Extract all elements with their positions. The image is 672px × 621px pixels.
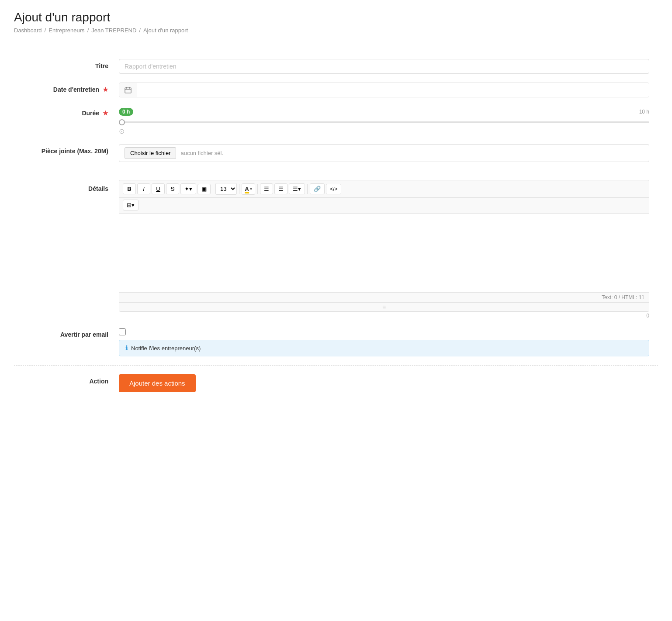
file-no-selection-label: aucun fichier sél. (180, 150, 223, 156)
form-container: Titre Date d'entretien ★ (14, 46, 658, 414)
separator-1: / (45, 27, 46, 34)
slider-max-label: 10 h (639, 108, 649, 116)
page-title: Ajout d'un rapport (14, 10, 658, 24)
date-input-wrap (119, 83, 649, 97)
duree-row: Durée ★ 0 h 10 h ⊙ (14, 106, 658, 135)
titre-input[interactable] (119, 59, 649, 74)
duree-control: 0 h 10 h ⊙ (119, 106, 649, 135)
color-a-label: A (245, 186, 249, 193)
file-choose-btn[interactable]: Choisir le fichier (125, 147, 176, 159)
date-control (119, 83, 649, 97)
action-row: Action Ajouter des actions (14, 374, 658, 392)
titre-row: Titre (14, 59, 658, 74)
divider-2 (14, 365, 658, 366)
breadcrumb-dashboard[interactable]: Dashboard (14, 27, 42, 34)
toolbar-link-btn[interactable]: 🔗 (310, 183, 325, 194)
breadcrumb-current: Ajout d'un rapport (143, 27, 188, 34)
titre-control (119, 59, 649, 74)
piece-jointe-control: Choisir le fichier aucun fichier sél. (119, 144, 649, 162)
slider-labels: 0 h 10 h (119, 108, 649, 116)
breadcrumb-jean[interactable]: Jean TREPREND (91, 27, 136, 34)
editor-toolbar: B I U S ✦▾ ▣ 13 10 12 14 16 18 (119, 180, 649, 198)
action-control: Ajouter des actions (119, 374, 649, 392)
divider-1 (14, 171, 658, 171)
date-row: Date d'entretien ★ (14, 83, 658, 97)
toolbar-strikethrough-btn[interactable]: S (166, 183, 179, 194)
toolbar-code-btn[interactable]: </> (326, 184, 341, 194)
file-input-wrap: Choisir le fichier aucun fichier sél. (119, 144, 649, 162)
duree-label: Durée ★ (23, 106, 119, 117)
checkbox-row (119, 328, 649, 335)
info-icon: ℹ (125, 345, 128, 352)
editor-status-text: Text: 0 / HTML: 11 (602, 294, 644, 300)
avertir-control: ℹ Notifie l'/les entrepreneur(s) (119, 328, 649, 356)
page-wrapper: Ajout d'un rapport Dashboard / Entrepren… (0, 0, 672, 621)
separator-3: / (139, 27, 141, 34)
piece-jointe-label: Pièce jointe (Max. 20M) (23, 144, 119, 155)
calendar-icon-btn[interactable] (119, 83, 137, 97)
toolbar-second-row: ⊞▾ (119, 198, 649, 214)
date-label: Date d'entretien ★ (23, 83, 119, 93)
duree-required-star: ★ (103, 110, 108, 117)
breadcrumb-entrepreneurs[interactable]: Entrepreneurs (48, 27, 84, 34)
slider-min-badge: 0 h (119, 108, 133, 116)
action-label: Action (23, 374, 119, 385)
editor-wrap: B I U S ✦▾ ▣ 13 10 12 14 16 18 (119, 180, 649, 312)
toolbar-fontsize-select[interactable]: 13 10 12 14 16 18 24 (215, 183, 237, 195)
toolbar-sep-2 (239, 184, 239, 194)
slider-thumb-icon: ⊙ (119, 127, 649, 135)
toolbar-color-btn[interactable]: A ▾ (242, 183, 255, 195)
color-chevron-icon: ▾ (250, 186, 252, 191)
avertir-checkbox[interactable] (119, 328, 126, 335)
info-box: ℹ Notifie l'/les entrepreneur(s) (119, 340, 649, 356)
editor-resize-handle[interactable]: ≡ (119, 302, 649, 311)
toolbar-sep-4 (307, 184, 308, 194)
svg-rect-0 (125, 88, 131, 93)
slider-wrap: 0 h 10 h ⊙ (119, 106, 649, 135)
char-count: 0 (119, 312, 649, 319)
toolbar-bold-btn[interactable]: B (123, 183, 136, 194)
date-input[interactable] (137, 83, 649, 97)
toolbar-align-btn[interactable]: ☰▾ (289, 183, 305, 194)
date-required-star: ★ (103, 86, 108, 93)
duree-slider[interactable] (119, 121, 649, 123)
piece-jointe-row: Pièce jointe (Max. 20M) Choisir le fichi… (14, 144, 658, 162)
info-text: Notifie l'/les entrepreneur(s) (131, 345, 201, 352)
editor-status-bar: Text: 0 / HTML: 11 (119, 292, 649, 302)
toolbar-sep-3 (257, 184, 258, 194)
toolbar-magic-btn[interactable]: ✦▾ (180, 183, 196, 194)
details-control: B I U S ✦▾ ▣ 13 10 12 14 16 18 (119, 180, 649, 319)
toolbar-underline-btn[interactable]: U (152, 183, 165, 194)
separator-2: / (87, 27, 89, 34)
toolbar-ul-btn[interactable]: ☰ (260, 183, 273, 194)
details-row: Détails B I U S ✦▾ ▣ 13 10 (14, 180, 658, 319)
toolbar-sep-1 (213, 184, 213, 194)
toolbar-ol-btn[interactable]: ☰ (274, 183, 288, 194)
ajouter-actions-btn[interactable]: Ajouter des actions (119, 374, 196, 392)
calendar-icon (125, 86, 132, 93)
avertir-label: Avertir par email (23, 328, 119, 338)
toolbar-eraser-btn[interactable]: ▣ (197, 184, 211, 194)
titre-label: Titre (23, 59, 119, 69)
avertir-row: Avertir par email ℹ Notifie l'/les entre… (14, 328, 658, 356)
toolbar-table-btn[interactable]: ⊞▾ (123, 200, 139, 210)
details-label: Détails (23, 180, 119, 192)
toolbar-italic-btn[interactable]: I (137, 183, 150, 194)
breadcrumb: Dashboard / Entrepreneurs / Jean TREPREN… (14, 27, 658, 34)
details-editor-body[interactable] (119, 214, 649, 292)
